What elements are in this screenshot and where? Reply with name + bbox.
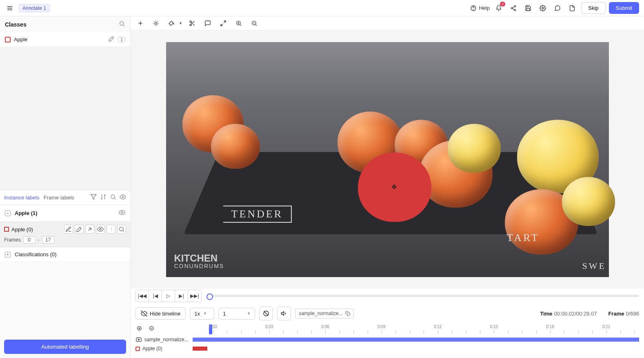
time-label: Time [540,311,552,317]
svg-point-16 [122,196,124,198]
fill-caret-icon[interactable]: ▼ [179,21,182,25]
hide-timeline-button[interactable]: Hide timeline [135,307,186,320]
export-icon[interactable] [85,225,94,234]
apple-track-label[interactable]: Apple (0) [135,346,197,351]
next-frame-icon[interactable]: ▶| [175,290,188,302]
zoom-in-icon[interactable] [233,18,244,29]
svg-point-32 [190,21,191,22]
target-icon[interactable] [259,307,273,320]
svg-line-44 [255,25,257,26]
notif-badge: 2 [500,2,505,7]
brightness-icon[interactable] [150,18,162,29]
expand-tool-icon[interactable] [218,18,229,29]
class-item-apple[interactable]: Apple 1 [0,32,130,47]
apple-track-segment[interactable] [193,347,207,351]
sort-icon[interactable] [100,194,107,201]
frame-dash: - [38,237,40,243]
more-icon[interactable]: ⋮ [107,225,115,234]
menu-icon[interactable] [5,3,15,13]
wand-instance-icon[interactable] [75,225,84,234]
frame-from-input[interactable]: 0 [23,236,36,244]
tab-frame-labels[interactable]: Frame labels [44,195,74,201]
document-icon[interactable] [566,2,578,14]
zoom-instance-icon[interactable] [117,225,126,234]
speed-select[interactable]: 1x▼ [190,308,214,320]
svg-line-30 [154,25,154,25]
svg-line-15 [114,198,115,199]
comment-tool-icon[interactable] [202,18,213,29]
wand-icon[interactable] [108,36,115,43]
class-shortcut: 1 [118,37,125,43]
comment-icon[interactable] [552,2,563,14]
fill-icon[interactable] [166,18,177,29]
svg-rect-56 [136,338,141,341]
ruler-zoom-in-icon[interactable] [135,324,144,333]
svg-rect-50 [347,313,350,316]
automated-labelling-button[interactable]: Automated labelling [4,340,126,354]
share-icon[interactable] [508,2,519,14]
frame-to-input[interactable]: 17 [42,236,54,244]
eye-icon[interactable] [119,209,125,217]
prev-frame-icon[interactable]: |◀ [149,290,162,302]
svg-line-12 [123,25,124,26]
classes-title: Classes [5,21,27,28]
copy-icon [345,311,350,316]
timeline-ruler[interactable]: 0:000:030:060:090:120:150:180:21 [209,324,639,334]
add-icon[interactable] [135,18,146,29]
frames-label: Frames [4,237,21,243]
volume-icon[interactable] [277,307,291,320]
svg-marker-49 [281,311,284,315]
eye-all-icon[interactable] [120,194,126,201]
scrub-bar[interactable] [207,295,639,297]
video-viewport[interactable]: ✥ TENDER TART SWE KITCHENCONUNDRUMS [131,30,644,289]
svg-marker-57 [138,339,140,340]
svg-line-36 [191,22,192,23]
step-select[interactable]: 1▼ [218,308,255,320]
svg-point-10 [542,7,544,9]
submit-button[interactable]: Submit [609,2,639,14]
expand-icon[interactable]: + [5,252,11,257]
frame-value: 0/696 [626,311,639,317]
edit-icon[interactable] [64,225,73,234]
board-text-tender: TENDER [223,206,292,223]
ruler-zoom-out-icon[interactable] [148,324,156,333]
annotate-chip: Annotate 1 [19,4,50,12]
svg-line-31 [158,21,158,22]
skip-button[interactable]: Skip [581,2,605,14]
svg-point-4 [473,9,474,10]
skip-end-icon[interactable]: ▶▶| [188,290,201,302]
group-apple[interactable]: − Apple (1) [0,205,130,222]
svg-point-18 [100,228,101,230]
play-icon[interactable]: ▷ [162,290,175,302]
filter-icon[interactable] [90,194,97,201]
settings-icon[interactable] [537,2,549,14]
instance-swatch-icon [4,227,9,232]
collapse-icon[interactable]: − [5,210,11,216]
svg-point-14 [111,195,115,199]
save-icon[interactable] [522,2,534,14]
cut-icon[interactable] [187,18,198,29]
tab-instance-labels[interactable]: Instance labels [4,195,40,201]
help-link[interactable]: Help [470,5,490,11]
classifications-row[interactable]: + Classifications (0) [0,247,130,262]
search-icon[interactable] [119,20,125,28]
video-icon [135,336,142,343]
class-swatch-icon [5,37,11,43]
classifications-label: Classifications (0) [15,251,57,257]
search-labels-icon[interactable] [110,194,116,201]
instance-apple-0[interactable]: Apple (0) ⋮ Frames 0 - 17 [0,222,130,247]
help-label: Help [479,5,490,11]
video-track-bar[interactable] [193,338,639,342]
clip-chip[interactable]: sample_normalize... [295,309,353,318]
svg-point-33 [190,24,191,26]
svg-point-11 [120,22,124,25]
skip-start-icon[interactable]: |◀◀ [136,290,149,302]
video-track-label[interactable]: sample_normalize... [135,336,197,343]
move-cursor-icon: ✥ [391,183,397,191]
eye-instance-icon[interactable] [96,225,105,234]
zoom-out-icon[interactable] [249,18,260,29]
eye-off-icon [141,310,147,317]
notifications-icon[interactable]: 2 [493,2,504,14]
svg-line-20 [123,230,124,232]
svg-marker-13 [91,195,96,199]
